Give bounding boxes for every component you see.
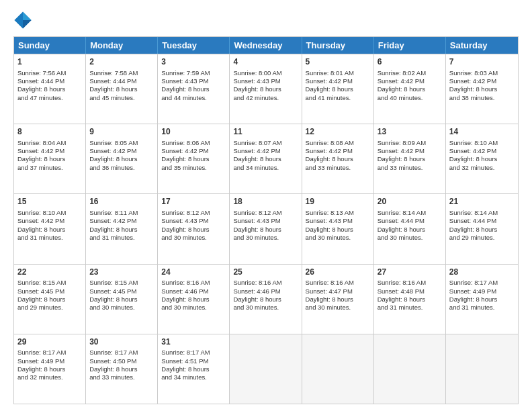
day-info-line: and 32 minutes. [449, 164, 515, 172]
day-info-line: Sunrise: 8:09 AM [378, 139, 442, 147]
day-number: 16 [89, 197, 154, 208]
day-info-line: and 29 minutes. [17, 304, 82, 312]
day-info-line: Sunrise: 8:17 AM [161, 349, 226, 357]
calendar-day-9: 9Sunrise: 8:05 AMSunset: 4:42 PMDaylight… [86, 124, 158, 193]
day-info-line: Sunrise: 8:12 AM [233, 209, 298, 217]
day-info-line: Sunset: 4:43 PM [233, 77, 298, 85]
day-info-line: Sunset: 4:43 PM [161, 77, 226, 85]
weekday-header-monday: Monday [86, 37, 158, 54]
calendar-day-19: 19Sunrise: 8:13 AMSunset: 4:43 PMDayligh… [302, 194, 374, 263]
day-info-line: Daylight: 8 hours [17, 365, 82, 373]
calendar-day-13: 13Sunrise: 8:09 AMSunset: 4:42 PMDayligh… [374, 124, 446, 193]
day-info-line: and 30 minutes. [233, 304, 298, 312]
weekday-header-sunday: Sunday [14, 37, 86, 54]
day-info-line: Sunrise: 7:56 AM [17, 69, 82, 77]
day-info-line: Sunset: 4:49 PM [17, 357, 82, 365]
day-info-line: Sunset: 4:42 PM [161, 147, 226, 155]
calendar-day-empty [302, 334, 374, 404]
day-info-line: Sunset: 4:45 PM [17, 287, 82, 295]
day-number: 28 [449, 267, 515, 278]
day-info-line: Daylight: 8 hours [449, 85, 515, 93]
day-info-line: and 35 minutes. [161, 164, 226, 172]
calendar-day-27: 27Sunrise: 8:16 AMSunset: 4:48 PMDayligh… [374, 265, 446, 334]
day-number: 20 [378, 197, 442, 208]
day-info-line: Sunrise: 8:00 AM [233, 69, 298, 77]
day-info-line: Sunrise: 8:16 AM [233, 279, 298, 287]
day-info-line: Sunset: 4:46 PM [233, 287, 298, 295]
day-info-line: Daylight: 8 hours [233, 226, 298, 234]
day-info-line: Sunset: 4:42 PM [17, 147, 82, 155]
day-info-line: Daylight: 8 hours [233, 85, 298, 93]
day-info-line: Daylight: 8 hours [17, 85, 82, 93]
day-number: 7 [449, 57, 515, 68]
day-info-line: Sunset: 4:42 PM [378, 147, 442, 155]
day-info-line: Sunset: 4:48 PM [378, 287, 442, 295]
day-info-line: Daylight: 8 hours [17, 155, 82, 163]
day-info-line: Daylight: 8 hours [89, 295, 154, 304]
day-info-line: Sunrise: 7:59 AM [161, 69, 226, 77]
calendar-day-18: 18Sunrise: 8:12 AMSunset: 4:43 PMDayligh… [230, 194, 302, 263]
day-info-line: and 33 minutes. [89, 373, 154, 381]
day-info-line: Daylight: 8 hours [161, 85, 226, 93]
calendar-week-2: 8Sunrise: 8:04 AMSunset: 4:42 PMDaylight… [14, 124, 518, 193]
day-number: 2 [89, 57, 154, 68]
day-info-line: Daylight: 8 hours [89, 226, 154, 234]
day-info-line: Sunrise: 8:12 AM [161, 209, 226, 217]
calendar-week-1: 1Sunrise: 7:56 AMSunset: 4:44 PMDaylight… [14, 54, 518, 124]
calendar-day-16: 16Sunrise: 8:11 AMSunset: 4:42 PMDayligh… [86, 194, 158, 263]
weekday-header-wednesday: Wednesday [230, 37, 302, 54]
day-number: 15 [17, 197, 82, 208]
weekday-header-tuesday: Tuesday [158, 37, 230, 54]
day-info-line: Daylight: 8 hours [306, 85, 370, 93]
day-info-line: Sunset: 4:42 PM [233, 147, 298, 155]
day-number: 26 [306, 267, 370, 278]
day-number: 31 [161, 337, 226, 348]
day-number: 13 [378, 127, 442, 138]
day-info-line: Daylight: 8 hours [306, 226, 370, 234]
calendar-day-empty [446, 334, 518, 404]
day-number: 29 [17, 337, 82, 348]
day-info-line: Sunrise: 8:17 AM [89, 349, 154, 357]
calendar-day-7: 7Sunrise: 8:03 AMSunset: 4:42 PMDaylight… [446, 54, 518, 124]
day-info-line: Sunset: 4:44 PM [449, 217, 515, 225]
day-info-line: Sunset: 4:44 PM [378, 217, 442, 225]
weekday-header-friday: Friday [374, 37, 446, 54]
day-info-line: Daylight: 8 hours [233, 295, 298, 304]
calendar-week-5: 29Sunrise: 8:17 AMSunset: 4:49 PMDayligh… [14, 334, 518, 404]
day-info-line: and 31 minutes. [378, 304, 442, 312]
day-info-line: Sunset: 4:49 PM [449, 287, 515, 295]
calendar-week-4: 22Sunrise: 8:15 AMSunset: 4:45 PMDayligh… [14, 264, 518, 334]
day-info-line: Daylight: 8 hours [89, 85, 154, 93]
day-info-line: Sunset: 4:43 PM [233, 217, 298, 225]
day-info-line: Sunrise: 7:58 AM [89, 69, 154, 77]
day-info-line: Sunrise: 8:02 AM [378, 69, 442, 77]
calendar-day-29: 29Sunrise: 8:17 AMSunset: 4:49 PMDayligh… [14, 334, 86, 404]
day-number: 3 [161, 57, 226, 68]
logo [13, 11, 35, 30]
day-info-line: Sunrise: 8:17 AM [449, 279, 515, 287]
calendar-day-12: 12Sunrise: 8:08 AMSunset: 4:42 PMDayligh… [302, 124, 374, 193]
day-info-line: and 41 minutes. [306, 94, 370, 102]
day-info-line: Daylight: 8 hours [378, 155, 442, 163]
calendar-day-15: 15Sunrise: 8:10 AMSunset: 4:42 PMDayligh… [14, 194, 86, 263]
calendar-day-17: 17Sunrise: 8:12 AMSunset: 4:43 PMDayligh… [158, 194, 230, 263]
day-number: 25 [233, 267, 298, 278]
day-info-line: Daylight: 8 hours [89, 155, 154, 163]
day-number: 5 [306, 57, 370, 68]
day-number: 8 [17, 127, 82, 138]
day-number: 14 [449, 127, 515, 138]
day-info-line: and 34 minutes. [161, 373, 226, 381]
day-number: 1 [17, 57, 82, 68]
day-info-line: Sunrise: 8:15 AM [17, 279, 82, 287]
day-info-line: and 44 minutes. [161, 94, 226, 102]
day-info-line: Sunset: 4:42 PM [17, 217, 82, 225]
day-info-line: and 47 minutes. [17, 94, 82, 102]
day-info-line: Sunrise: 8:06 AM [161, 139, 226, 147]
day-info-line: Daylight: 8 hours [378, 295, 442, 304]
calendar-body: 1Sunrise: 7:56 AMSunset: 4:44 PMDaylight… [14, 54, 518, 404]
calendar-day-5: 5Sunrise: 8:01 AMSunset: 4:42 PMDaylight… [302, 54, 374, 124]
day-info-line: Sunrise: 8:08 AM [306, 139, 370, 147]
day-info-line: Sunrise: 8:16 AM [161, 279, 226, 287]
day-info-line: Sunset: 4:42 PM [449, 147, 515, 155]
calendar-day-4: 4Sunrise: 8:00 AMSunset: 4:43 PMDaylight… [230, 54, 302, 124]
